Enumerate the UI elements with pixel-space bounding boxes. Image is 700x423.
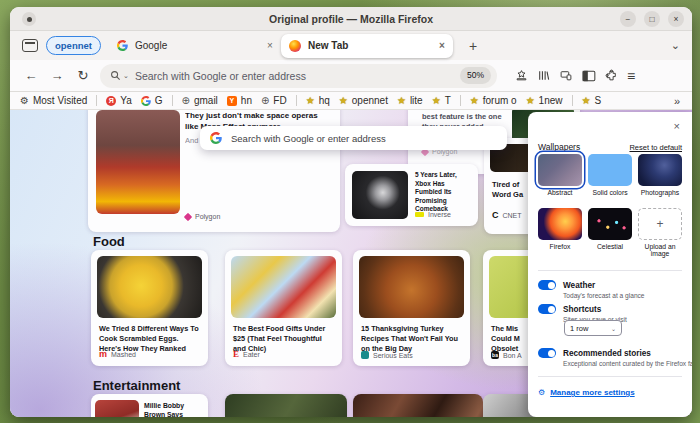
bookmark-g[interactable]: G (141, 95, 163, 106)
story-image (96, 110, 180, 214)
bookmark-opennet[interactable]: ★opennet (339, 95, 388, 106)
story-card-xbox[interactable]: 5 Years Later, Xbox Has Fumbled Its Prom… (345, 164, 478, 226)
story-title: 5 Years Later, Xbox Has Fumbled Its Prom… (415, 171, 473, 214)
bookmark-ya[interactable]: ЯYa (106, 95, 132, 106)
wallpaper-celestial[interactable]: Celestial (588, 208, 632, 257)
google-favicon (117, 40, 128, 51)
solid-colors-thumb[interactable] (588, 154, 632, 186)
star-icon: ★ (397, 95, 406, 106)
star-icon: ★ (470, 95, 479, 106)
wallpaper-photographs[interactable]: Photographs (638, 154, 682, 196)
firefox-view-icon[interactable] (22, 39, 38, 52)
search-engine-chevron-icon[interactable]: ⌄ (123, 72, 129, 80)
synced-devices-icon[interactable] (559, 69, 573, 82)
panel-close-icon[interactable]: × (674, 120, 680, 132)
wallpaper-upload[interactable]: +Upload an image (638, 208, 682, 257)
bookmark-t[interactable]: ★T (432, 95, 451, 106)
bookmark-s[interactable]: ★S (582, 95, 602, 106)
separator (296, 95, 297, 106)
google-logo-icon (210, 132, 222, 144)
extensions-puzzle-icon[interactable] (605, 69, 618, 82)
bookmark-hq[interactable]: ★hq (306, 95, 330, 106)
customize-panel: × Wallpapers Reset to default Abstract S… (528, 112, 692, 417)
library-icon[interactable] (537, 69, 550, 82)
cnet-logo-icon: C (492, 210, 499, 220)
polygon-logo-icon (184, 212, 192, 220)
story-image (352, 171, 408, 219)
maximize-button[interactable]: □ (644, 11, 660, 27)
list-all-tabs-chevron-icon[interactable]: ⌄ (671, 39, 680, 52)
tab-google[interactable]: Google × (109, 34, 281, 58)
weather-desc: Today's forecast at a glance (563, 292, 684, 299)
entertainment-card-millie[interactable]: GIR Millie Bobby Brown Says Stranger Thi… (91, 394, 208, 417)
globe-icon: ⊕ (261, 95, 269, 106)
separator (96, 95, 97, 106)
tab-close-icon[interactable]: × (267, 40, 273, 51)
tab-close-icon[interactable]: × (439, 40, 445, 51)
weather-setting: Weather Today's forecast at a glance (538, 280, 684, 299)
story-title: Millie Bobby Brown Says Stranger Things … (144, 401, 203, 417)
recommended-stories-desc: Exceptional content curated by the Firef… (563, 360, 684, 367)
bookmark-gmail[interactable]: ⊕gmail (182, 95, 218, 106)
celestial-thumb[interactable] (588, 208, 632, 240)
new-tab-button[interactable]: + (463, 38, 483, 54)
story-source: Inverse (428, 211, 451, 218)
shortcuts-toggle[interactable] (538, 304, 556, 314)
window-title: Original profile — Mozilla Firefox (269, 13, 433, 25)
menu-hamburger-icon[interactable]: ≡ (627, 68, 635, 84)
sidebar-toggle-icon[interactable] (582, 70, 596, 82)
tab-bar: opennet Google × New Tab × + ⌄ (10, 31, 692, 60)
newtab-search-bar[interactable] (200, 126, 507, 150)
firefox-thumb[interactable] (538, 208, 582, 240)
food-card-turkey[interactable]: 15 Thanksgiving Turkey Recipes That Won'… (353, 250, 470, 366)
divider (538, 376, 682, 377)
bookmark-most-visited[interactable]: ⚙Most Visited (20, 95, 87, 106)
star-icon: ★ (432, 95, 441, 106)
tab-new-tab-active[interactable]: New Tab × (281, 34, 453, 58)
food-card-gifts[interactable]: The Best Food Gifts Under $25 (That Feel… (225, 250, 342, 366)
bookmark-hn[interactable]: Yhn (227, 95, 252, 106)
bookmark-forum-o[interactable]: ★forum o (470, 95, 517, 106)
bookmarks-overflow-chevron-icon[interactable]: » (674, 95, 680, 107)
divider (538, 270, 682, 271)
minimize-button[interactable]: − (620, 11, 636, 27)
wallpaper-solid-colors[interactable]: Solid colors (588, 154, 632, 196)
food-card-eggs[interactable]: We Tried 8 Different Ways To Cook Scramb… (91, 250, 208, 366)
gear-icon: ⚙ (538, 388, 545, 397)
manage-more-settings-link[interactable]: ⚙ Manage more settings (538, 388, 635, 397)
newtab-search-input[interactable] (231, 133, 497, 144)
photographs-thumb[interactable] (638, 154, 682, 186)
story-source: Eater (243, 351, 260, 358)
back-button[interactable]: ← (20, 68, 42, 83)
wallpaper-abstract[interactable]: Abstract (538, 154, 582, 196)
close-button[interactable]: × (668, 11, 684, 27)
shortcut-rows-select[interactable]: 1 row ⌄ (564, 320, 622, 336)
bookmark-lite[interactable]: ★lite (397, 95, 423, 106)
story-source: Polygon (195, 213, 220, 220)
wallpaper-firefox[interactable]: Firefox (538, 208, 582, 257)
navigation-toolbar: ← → ↻ ⌄ 50% ≡ (10, 60, 692, 92)
entertainment-card-2[interactable] (225, 394, 347, 417)
chevron-down-icon: ⌄ (611, 325, 616, 332)
reset-to-default-link[interactable]: Reset to default (629, 143, 682, 152)
save-to-pocket-icon[interactable] (515, 69, 528, 82)
story-image (97, 256, 202, 318)
bookmark-fd[interactable]: ⊕FD (261, 95, 287, 106)
story-source: Mashed (111, 351, 136, 358)
url-input[interactable] (135, 70, 460, 82)
entertainment-card-3[interactable] (353, 394, 483, 417)
search-icon (110, 70, 121, 81)
recommended-stories-toggle[interactable] (538, 348, 556, 358)
abstract-thumb[interactable] (538, 154, 582, 186)
star-icon: ★ (306, 95, 315, 106)
story-source: Bon A (503, 352, 522, 359)
pinned-tab-opennet[interactable]: opennet (46, 36, 101, 55)
shortcuts-label: Shortcuts (563, 305, 601, 314)
reload-button[interactable]: ↻ (72, 68, 94, 83)
forward-button[interactable]: → (46, 68, 68, 83)
weather-toggle[interactable] (538, 280, 556, 290)
bookmark-1new[interactable]: ★1new (526, 95, 563, 106)
zoom-level-badge[interactable]: 50% (460, 67, 491, 84)
url-bar[interactable]: ⌄ 50% (100, 64, 497, 88)
upload-plus-icon[interactable]: + (638, 208, 682, 240)
